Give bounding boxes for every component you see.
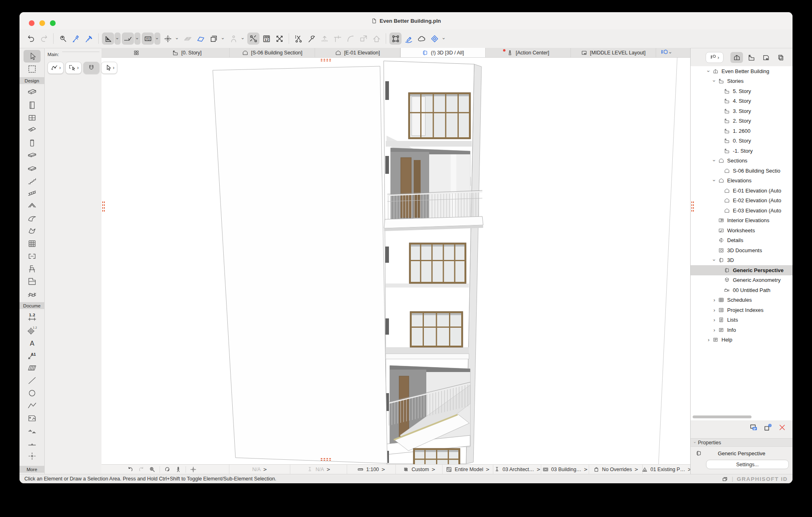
tree-item-s-06-building-sectio[interactable]: S-06 Building Sectio (691, 166, 793, 176)
tree-item-help[interactable]: ›Help (691, 335, 793, 345)
tree-item-elevations[interactable]: ›Elevations (691, 176, 793, 186)
navigator-layout-book[interactable] (760, 52, 772, 63)
zoom-field[interactable]: N/A> (229, 465, 290, 474)
tree-item-1-2600[interactable]: 1. 2600 (691, 126, 793, 136)
clone-folder-button[interactable] (763, 423, 773, 432)
renovation-field[interactable]: 01 Existing P…> (642, 465, 690, 474)
tree-item-project-indexes[interactable]: ›Project Indexes (691, 305, 793, 315)
polyline-tool[interactable] (24, 399, 41, 412)
chevron-down-icon[interactable]: › (711, 257, 717, 263)
navigator-view-map[interactable] (745, 52, 758, 63)
virtual-trace-chevron[interactable]: › (240, 32, 246, 45)
tree-item-lists[interactable]: ›Lists (691, 315, 793, 325)
cutting-plane-handle-top[interactable] (321, 59, 332, 62)
door-tool[interactable] (24, 99, 41, 111)
tree-item-e-01-elevation-auto[interactable]: E-01 Elevation (Auto (691, 186, 793, 196)
editing-plane-button[interactable] (194, 32, 207, 45)
tab-overview-button[interactable] (128, 48, 145, 57)
window-tool[interactable] (24, 111, 41, 124)
virtual-trace-button[interactable] (227, 32, 240, 45)
wall-tool[interactable] (24, 86, 41, 99)
adjust-button[interactable] (305, 32, 317, 45)
auto-dimension-button[interactable]: 12 (260, 32, 272, 45)
snap-guides-button[interactable] (122, 32, 134, 45)
settings-button[interactable]: Settings... (706, 460, 789, 469)
tab-4[interactable]: [Action Center] (486, 48, 571, 57)
arrow-tool-options-button[interactable]: › (101, 62, 117, 74)
object-tool[interactable] (24, 262, 41, 275)
tree-item-e-02-elevation-auto[interactable]: E-02 Elevation (Auto (691, 196, 793, 206)
pen-na-field[interactable]: N/A> (290, 465, 347, 474)
toolbox-more-label[interactable]: More (19, 466, 44, 473)
tree-item-even-better-building[interactable]: ›Even Better Building (691, 66, 793, 76)
detail-marker-tool[interactable] (24, 437, 41, 450)
grid-snap-button[interactable] (162, 32, 174, 45)
slab-tool[interactable] (24, 162, 41, 174)
scale-field[interactable]: 1:100> (347, 465, 395, 474)
stair-tool[interactable] (24, 174, 41, 187)
tree-item-00-untitled-path[interactable]: 00 Untitled Path (691, 285, 793, 295)
chevron-right-icon[interactable]: › (706, 337, 711, 343)
layers-field[interactable]: Custom> (395, 465, 442, 474)
marquee-tool[interactable] (24, 63, 41, 75)
mesh-tool[interactable] (24, 288, 41, 300)
pen-set-field[interactable]: 03 Architect…> (493, 465, 541, 474)
trace-reference-button[interactable] (207, 32, 220, 45)
tree-item-generic-perspective[interactable]: Generic Perspective (691, 265, 793, 275)
change-marker-tool[interactable] (24, 424, 41, 437)
navigator-publisher[interactable] (774, 52, 787, 63)
tree-item-sections[interactable]: ›Sections (691, 156, 793, 166)
magnet-subelement-button[interactable] (83, 62, 99, 74)
stretch-button[interactable] (273, 32, 285, 45)
model-view-field[interactable]: 03 Building…> (541, 465, 589, 474)
skylight-tool[interactable] (24, 124, 41, 136)
redo-button[interactable] (38, 32, 50, 45)
cutting-plane-handle-left[interactable] (102, 201, 106, 213)
cutting-plane-handle-bottom[interactable] (321, 458, 332, 461)
zoom-in-button[interactable] (149, 466, 156, 473)
tab-3[interactable]: (!) 3D [3D / All] (400, 48, 486, 57)
hotspot-tool[interactable] (24, 450, 41, 462)
tree-item-1-story[interactable]: -1. Story (691, 146, 793, 156)
overrides-field[interactable]: No Overrides> (589, 465, 642, 474)
tree-item-3d[interactable]: ›3D (691, 255, 793, 266)
tree-item-3-story[interactable]: 3. Story (691, 106, 793, 116)
tree-item-interior-elevations[interactable]: Interior Elevations (691, 216, 793, 226)
text-tool[interactable]: A (24, 336, 41, 349)
coordinate-input-chevron[interactable]: › (154, 32, 160, 45)
grid-snap-chevron[interactable]: › (174, 32, 180, 45)
navigator-project-map[interactable] (730, 52, 743, 63)
tree-item-info[interactable]: ›Info (691, 325, 793, 335)
intersect-button[interactable] (331, 32, 343, 45)
guide-lines-chevron[interactable]: › (114, 32, 121, 45)
tab-5[interactable]: [MIDDLE LEVEL Layout] (571, 48, 656, 57)
fillet-button[interactable] (344, 32, 356, 45)
split-button[interactable] (292, 32, 304, 45)
line-tool[interactable] (24, 374, 41, 387)
pick-up-parameters-button[interactable] (70, 32, 82, 45)
modify-button[interactable] (402, 32, 415, 45)
railing-tool[interactable] (24, 187, 41, 199)
teamwork-button[interactable] (415, 32, 428, 45)
trace-reference-chevron[interactable]: › (220, 32, 226, 45)
cutting-plane-handle-right[interactable] (691, 201, 695, 213)
navigator-horizontal-scrollbar[interactable] (693, 415, 752, 418)
popup-navigator-button[interactable]: › (660, 48, 672, 57)
beam-tool[interactable] (24, 149, 41, 162)
arrow-tool[interactable] (24, 50, 41, 63)
guide-lines-button[interactable] (102, 32, 114, 45)
tree-item-stories[interactable]: ›Stories (691, 76, 793, 87)
column-tool[interactable] (24, 136, 41, 149)
tree-item-3d-documents[interactable]: 3D Documents (691, 245, 793, 255)
fill-tool[interactable] (24, 361, 41, 374)
transform-button[interactable] (389, 32, 402, 45)
tree-item-e-03-elevation-auto[interactable]: E-03 Elevation (Auto (691, 206, 793, 216)
undo-button[interactable] (25, 32, 37, 45)
roof-tool[interactable] (24, 199, 41, 212)
morph-tool[interactable] (24, 225, 41, 237)
tab-2[interactable]: [E-01 Elevation] (315, 48, 400, 57)
delete-button[interactable] (777, 423, 787, 432)
snap-guides-chevron[interactable]: › (134, 32, 140, 45)
chevron-down-icon[interactable]: › (706, 69, 712, 74)
view-settings-button[interactable] (749, 423, 758, 432)
